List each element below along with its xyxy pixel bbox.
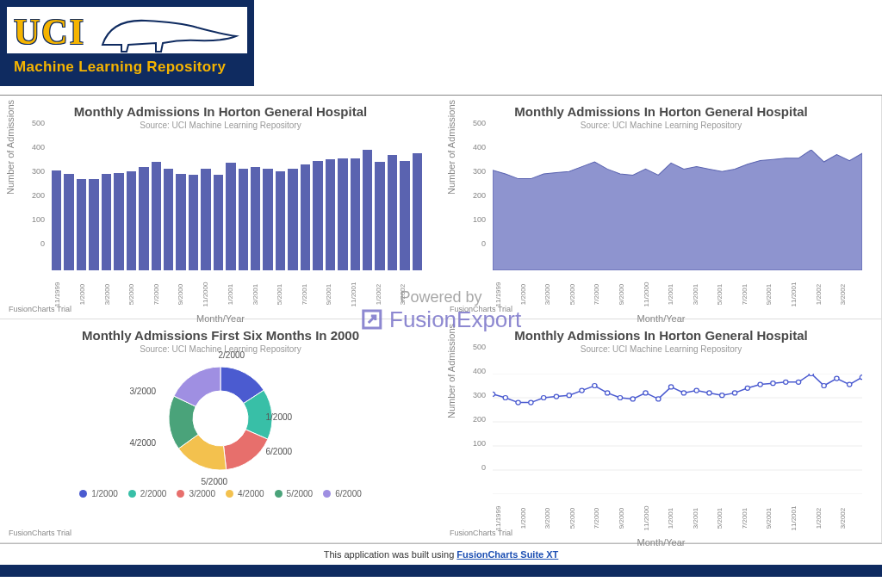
svg-point-7 xyxy=(493,392,495,396)
svg-point-35 xyxy=(848,382,852,387)
bar[interactable] xyxy=(351,158,360,270)
chart-title: Monthly Admissions First Six Months In 2… xyxy=(10,328,431,343)
bar[interactable] xyxy=(114,173,123,270)
bar[interactable] xyxy=(164,169,173,270)
svg-point-32 xyxy=(809,374,813,376)
bar[interactable] xyxy=(338,158,347,270)
bar[interactable] xyxy=(326,159,335,270)
trial-text: FusionCharts Trial xyxy=(450,305,512,313)
chart-title: Monthly Admissions In Horton General Hos… xyxy=(451,104,871,119)
svg-point-25 xyxy=(720,393,724,398)
panel-donut-chart: Monthly Admissions First Six Months In 2… xyxy=(0,319,441,543)
svg-point-9 xyxy=(516,400,520,405)
svg-point-30 xyxy=(784,380,788,384)
donut-legend: 1/20002/20003/20004/20005/20006/2000 xyxy=(79,489,362,498)
bar[interactable] xyxy=(288,169,297,270)
svg-point-28 xyxy=(758,382,762,387)
bar[interactable] xyxy=(226,163,235,270)
x-ticks: 11/19991/20003/20005/20007/20009/200011/… xyxy=(493,272,862,293)
bar[interactable] xyxy=(214,175,223,270)
panel-bar-chart: Monthly Admissions In Horton General Hos… xyxy=(0,96,441,319)
svg-point-14 xyxy=(580,388,584,393)
svg-point-34 xyxy=(835,376,839,381)
footer-link[interactable]: FusionCharts Suite XT xyxy=(457,549,558,560)
chart-subtitle: Source: UCI Machine Learning Repository xyxy=(10,121,431,130)
bar[interactable] xyxy=(201,169,210,270)
bar[interactable] xyxy=(413,153,422,270)
bar[interactable] xyxy=(375,162,384,270)
svg-point-20 xyxy=(656,397,661,401)
svg-point-23 xyxy=(694,388,699,393)
x-ticks: 11/19991/20003/20005/20007/20009/200011/… xyxy=(52,272,422,293)
bar[interactable] xyxy=(176,174,185,270)
chart-title: Monthly Admissions In Horton General Hos… xyxy=(451,328,871,343)
bar[interactable] xyxy=(276,171,285,270)
bar[interactable] xyxy=(239,169,248,270)
bar[interactable] xyxy=(127,171,136,270)
y-ticks: 5004003002001000 xyxy=(465,347,486,467)
bar[interactable] xyxy=(89,179,98,270)
bar[interactable] xyxy=(251,167,260,270)
legend-item[interactable]: 1/2000 xyxy=(79,489,118,498)
svg-point-21 xyxy=(668,385,673,389)
svg-point-13 xyxy=(567,393,571,398)
x-ticks: 11/19991/20003/20005/20007/20009/200011/… xyxy=(493,496,862,517)
svg-point-26 xyxy=(732,391,736,395)
header-logo-block: UCI Machine Learning Repository xyxy=(0,0,254,86)
trial-text: FusionCharts Trial xyxy=(9,529,71,537)
panel-line-chart: Monthly Admissions In Horton General Hos… xyxy=(441,319,882,543)
bar[interactable] xyxy=(313,161,322,270)
svg-point-15 xyxy=(593,384,597,388)
legend-item[interactable]: 5/2000 xyxy=(275,489,314,498)
chart-subtitle: Source: UCI Machine Learning Repository xyxy=(451,121,871,130)
bar[interactable] xyxy=(77,179,86,270)
x-axis-label: Month/Year xyxy=(451,537,871,548)
legend-item[interactable]: 6/2000 xyxy=(323,489,362,498)
svg-point-29 xyxy=(771,381,775,386)
line-chart: 11/19991/20003/20005/20007/20009/200011/… xyxy=(493,361,862,511)
bar[interactable] xyxy=(139,167,148,270)
svg-point-36 xyxy=(860,375,862,380)
y-axis-label: Number of Admissions xyxy=(446,100,457,195)
uci-wordmark: UCI xyxy=(14,11,85,53)
y-axis-label: Number of Admissions xyxy=(5,100,16,195)
legend-item[interactable]: 3/2000 xyxy=(177,489,215,498)
svg-point-31 xyxy=(796,380,800,384)
area-chart: 11/19991/20003/20005/20007/20009/200011/… xyxy=(493,137,862,288)
bar[interactable] xyxy=(301,164,310,270)
bar[interactable] xyxy=(52,170,61,270)
svg-point-27 xyxy=(745,386,749,390)
svg-point-18 xyxy=(630,397,635,401)
anteater-icon xyxy=(94,10,240,53)
y-axis-label: Number of Admissions xyxy=(446,324,457,418)
svg-point-33 xyxy=(822,384,826,388)
svg-point-16 xyxy=(605,391,609,395)
donut-chart: 1/20002/20003/20004/20005/20006/2000 xyxy=(163,361,279,477)
dashboard-grid: Powered by FusionExport Monthly Admissio… xyxy=(0,96,882,543)
panel-area-chart: Monthly Admissions In Horton General Hos… xyxy=(441,96,882,319)
bar[interactable] xyxy=(189,175,198,270)
svg-point-24 xyxy=(707,391,711,395)
svg-point-22 xyxy=(681,391,686,395)
svg-point-19 xyxy=(643,391,648,395)
bar[interactable] xyxy=(102,174,111,270)
bar[interactable] xyxy=(400,161,409,270)
svg-point-8 xyxy=(503,396,507,400)
header-tagline: Machine Learning Repository xyxy=(7,55,247,79)
chart-subtitle: Source: UCI Machine Learning Repository xyxy=(451,344,871,354)
bar[interactable] xyxy=(363,150,372,270)
bar[interactable] xyxy=(388,155,397,270)
y-ticks: 5004003002001000 xyxy=(465,123,486,244)
y-ticks: 5004003002001000 xyxy=(24,123,45,244)
svg-point-12 xyxy=(554,394,558,399)
legend-item[interactable]: 2/2000 xyxy=(128,489,167,498)
bar-chart: 11/19991/20003/20005/20007/20009/200011/… xyxy=(52,137,422,288)
bar[interactable] xyxy=(152,162,161,270)
trial-text: FusionCharts Trial xyxy=(9,305,71,313)
legend-item[interactable]: 4/2000 xyxy=(226,489,264,498)
svg-point-11 xyxy=(541,396,545,400)
svg-point-17 xyxy=(618,396,622,400)
bar[interactable] xyxy=(263,169,272,270)
bar[interactable] xyxy=(64,174,73,270)
bottom-bar xyxy=(0,565,882,577)
